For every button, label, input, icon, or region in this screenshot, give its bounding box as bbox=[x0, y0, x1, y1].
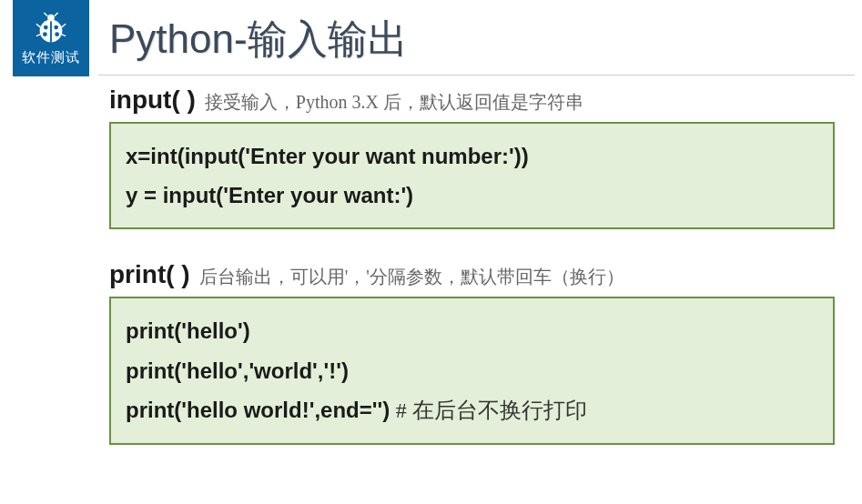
svg-line-12 bbox=[61, 34, 66, 35]
ladybug-icon bbox=[33, 11, 69, 47]
page-title: Python-输入输出 bbox=[109, 13, 408, 66]
svg-line-8 bbox=[55, 12, 58, 15]
func-name-print: print( ) bbox=[109, 260, 190, 289]
content: input( ) 接受输入，Python 3.X 后，默认返回值是字符串 x=i… bbox=[109, 86, 835, 472]
code-comment: # 在后台不换行打印 bbox=[396, 398, 587, 422]
code-box-input: x=int(input('Enter your want number:')) … bbox=[109, 122, 835, 229]
svg-point-2 bbox=[44, 25, 48, 29]
svg-line-9 bbox=[36, 24, 41, 27]
code-line: print('hello world!',end='') # 在后台不换行打印 bbox=[126, 390, 818, 430]
code-line: x=int(input('Enter your want number:')) bbox=[126, 136, 818, 176]
section-header-input: input( ) 接受输入，Python 3.X 后，默认返回值是字符串 bbox=[109, 86, 835, 115]
title-underline bbox=[98, 75, 855, 76]
svg-point-4 bbox=[43, 32, 47, 36]
logo-box: 软件测试 bbox=[13, 0, 89, 76]
svg-point-5 bbox=[55, 32, 59, 36]
svg-point-3 bbox=[54, 25, 58, 29]
svg-line-7 bbox=[44, 12, 47, 15]
code-line: print('hello','world','!') bbox=[126, 351, 818, 390]
code-line: y = input('Enter your want:') bbox=[126, 176, 818, 215]
func-desc-input: 接受输入，Python 3.X 后，默认返回值是字符串 bbox=[205, 90, 583, 115]
svg-line-10 bbox=[61, 24, 66, 27]
func-name-input: input( ) bbox=[109, 86, 196, 115]
section-header-print: print( ) 后台输出，可以用'，'分隔参数，默认带回车（换行） bbox=[109, 260, 835, 289]
svg-line-11 bbox=[36, 34, 41, 35]
logo-text: 软件测试 bbox=[22, 49, 80, 66]
section-print: print( ) 后台输出，可以用'，'分隔参数，默认带回车（换行） print… bbox=[109, 260, 835, 445]
code-box-print: print('hello') print('hello','world','!'… bbox=[109, 297, 835, 445]
code-line: print('hello') bbox=[126, 311, 818, 350]
svg-point-6 bbox=[47, 14, 55, 21]
func-desc-print: 后台输出，可以用'，'分隔参数，默认带回车（换行） bbox=[199, 265, 624, 289]
code-text: print('hello world!',end='') bbox=[126, 398, 396, 422]
